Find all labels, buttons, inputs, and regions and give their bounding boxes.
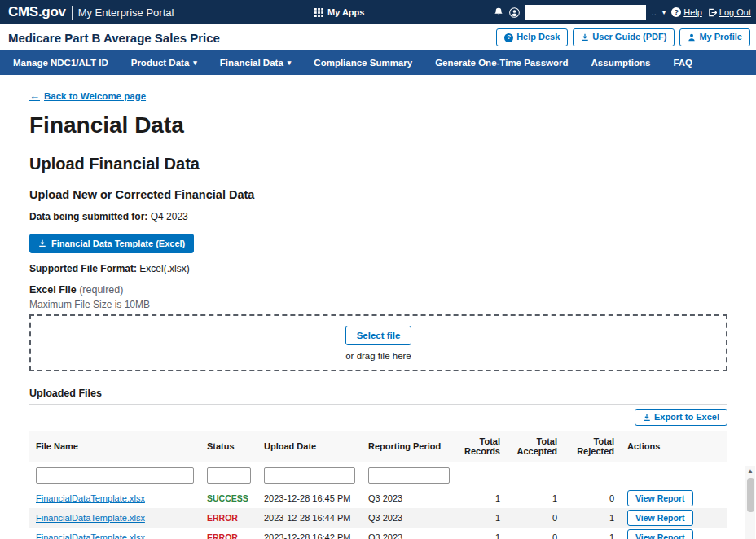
column-header-total-records[interactable]: Total Records [456, 431, 507, 462]
logout-icon [708, 8, 717, 17]
top-bar-branding: CMS.gov My Enterprise Portal [8, 4, 174, 20]
help-desk-question-icon: ? [504, 33, 513, 42]
column-header-file-name[interactable]: File Name [29, 436, 200, 457]
chevron-down-icon: ▾ [193, 59, 197, 67]
table-header-row: File Name Status Upload Date Reporting P… [29, 431, 727, 462]
template-button-label: Financial Data Template (Excel) [51, 239, 185, 248]
total-rejected-cell: 1 [564, 532, 621, 539]
nav-item-product-data[interactable]: Product Data▾ [120, 50, 209, 75]
portal-name: My Enterprise Portal [78, 7, 174, 19]
total-rejected-cell: 1 [564, 513, 621, 523]
column-header-reporting-period[interactable]: Reporting Period [362, 436, 456, 457]
total-records-cell: 1 [456, 532, 507, 539]
view-report-button[interactable]: View Report [627, 529, 693, 539]
financial-data-template-button[interactable]: Financial Data Template (Excel) [29, 234, 194, 253]
apps-grid-icon [314, 8, 323, 17]
help-question-icon: ? [671, 7, 681, 17]
submitted-for-label: Data being submitted for: [29, 211, 147, 222]
column-header-upload-date[interactable]: Upload Date [257, 436, 362, 457]
select-file-button[interactable]: Select file [345, 326, 412, 345]
nav-item-compliance-summary[interactable]: Compliance Summary [302, 50, 424, 75]
download-icon [643, 414, 651, 422]
file-name-link[interactable]: FinancialDataTemplate.xlsx [36, 493, 145, 503]
scroll-up-arrow-icon[interactable]: ▲ [747, 466, 754, 477]
help-label: Help [683, 7, 702, 17]
logo-divider [72, 6, 73, 20]
nav-item-financial-data[interactable]: Financial Data▾ [209, 50, 303, 75]
column-header-total-accepted[interactable]: Total Accepted [507, 431, 564, 462]
export-button-label: Export to Excel [654, 412, 719, 423]
nav-label: Manage NDC1/ALT ID [13, 58, 108, 68]
user-menu-chevron-down-icon[interactable]: ▾ [662, 9, 666, 16]
user-name-redacted [525, 5, 646, 20]
table-scrollbar[interactable]: ▲ [745, 466, 755, 539]
left-arrow-icon: ← [29, 90, 40, 102]
supported-format-value: Excel(.xlsx) [139, 263, 189, 274]
my-apps-label: My Apps [327, 7, 364, 17]
user-guide-button[interactable]: User Guide (PDF) [573, 28, 675, 46]
total-accepted-cell: 1 [507, 493, 564, 503]
status-badge: SUCCESS [200, 493, 257, 503]
total-accepted-cell: 0 [507, 532, 564, 539]
column-header-status[interactable]: Status [200, 436, 257, 457]
upload-date-cell: 2023-12-28 16:44 PM [257, 513, 362, 523]
column-header-actions: Actions [621, 436, 727, 457]
user-name-truncation: .. [652, 7, 657, 17]
table-row: FinancialDataTemplate.xlsx ERROR 2023-12… [29, 528, 727, 539]
table-toolbar: Export to Excel [29, 405, 727, 431]
file-name-link[interactable]: FinancialDataTemplate.xlsx [36, 513, 145, 523]
page-content: ← Back to Welcome page Financial Data Up… [0, 75, 756, 539]
nav-item-assumptions[interactable]: Assumptions [580, 50, 662, 75]
logout-label: Log Out [719, 7, 751, 17]
app-header-bar: Medicare Part B Average Sales Price ? He… [0, 24, 756, 50]
nav-label: Assumptions [591, 58, 651, 68]
filter-reporting-period-input[interactable] [368, 467, 450, 484]
max-file-size-note: Maximum File Size is 10MB [29, 299, 727, 310]
subsection-title: Upload New or Corrected Financial Data [29, 188, 727, 201]
nav-item-faq[interactable]: FAQ [662, 50, 704, 75]
total-records-cell: 1 [456, 493, 507, 503]
scrollbar-thumb[interactable] [747, 478, 754, 512]
view-report-button[interactable]: View Report [627, 490, 693, 506]
file-name-link[interactable]: FinancialDataTemplate.xlsx [36, 532, 145, 539]
filter-upload-date-input[interactable] [264, 467, 355, 484]
download-icon [38, 239, 46, 248]
column-header-total-rejected[interactable]: Total Rejected [564, 431, 621, 462]
nav-item-manage-ndc-alt-id[interactable]: Manage NDC1/ALT ID [2, 50, 120, 75]
table-body: FinancialDataTemplate.xlsx SUCCESS 2023-… [29, 489, 727, 539]
export-to-excel-button[interactable]: Export to Excel [635, 409, 727, 426]
nav-label: Generate One-Time Password [435, 58, 568, 68]
section-title: Upload Financial Data [29, 155, 727, 173]
filter-file-name-input[interactable] [36, 467, 194, 484]
help-link[interactable]: ? Help [671, 7, 702, 17]
page-title: Financial Data [29, 112, 727, 138]
filter-status-input[interactable] [207, 467, 251, 484]
upload-date-cell: 2023-12-28 16:42 PM [257, 532, 362, 539]
upload-date-cell: 2023-12-28 16:45 PM [257, 493, 362, 503]
user-avatar-icon[interactable] [509, 7, 520, 18]
cms-logo[interactable]: CMS.gov [8, 4, 66, 20]
uploaded-files-table: Export to Excel File Name Status Upload … [29, 404, 727, 539]
nav-item-generate-otp[interactable]: Generate One-Time Password [424, 50, 579, 75]
excel-file-line: Excel File (required) [29, 284, 727, 296]
notifications-bell-icon[interactable] [494, 7, 503, 17]
view-report-button[interactable]: View Report [627, 510, 693, 526]
chevron-down-icon: ▾ [288, 59, 292, 67]
excel-file-required: (required) [79, 284, 123, 296]
back-to-welcome-link[interactable]: ← Back to Welcome page [29, 90, 146, 102]
help-desk-button[interactable]: ? Help Desk [496, 28, 568, 46]
total-rejected-cell: 0 [564, 493, 621, 503]
logout-link[interactable]: Log Out [708, 7, 751, 17]
main-navigation: Manage NDC1/ALT ID Product Data▾ Financi… [0, 50, 756, 75]
table-row: FinancialDataTemplate.xlsx ERROR 2023-12… [29, 508, 727, 528]
my-apps-button[interactable]: My Apps [314, 0, 364, 24]
total-accepted-cell: 0 [507, 513, 564, 523]
status-badge: ERROR [200, 513, 257, 523]
user-guide-label: User Guide (PDF) [592, 32, 666, 42]
file-dropzone[interactable]: Select file or drag file here [29, 314, 727, 371]
profile-person-icon [688, 33, 696, 42]
nav-label: FAQ [673, 58, 692, 68]
reporting-period-cell: Q3 2023 [362, 532, 456, 539]
my-profile-button[interactable]: My Profile [679, 28, 750, 46]
app-title: Medicare Part B Average Sales Price [8, 31, 220, 45]
